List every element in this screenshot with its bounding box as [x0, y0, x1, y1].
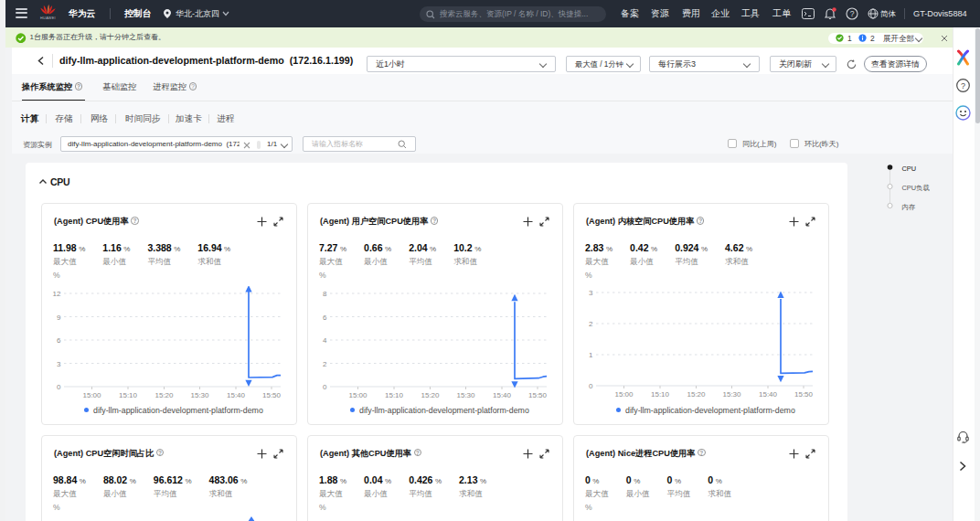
svg-text:15:30: 15:30: [456, 391, 475, 399]
svg-text:1: 1: [589, 351, 593, 359]
svg-text:15:40: 15:40: [227, 391, 246, 399]
svg-text:15:30: 15:30: [722, 390, 741, 399]
svg-text:15:00: 15:00: [82, 391, 101, 399]
svg-text:?: ?: [850, 9, 855, 18]
svg-text:15:50: 15:50: [262, 391, 282, 399]
svg-text:12: 12: [53, 290, 61, 298]
svg-text:3: 3: [57, 360, 61, 368]
svg-text:15:00: 15:00: [348, 391, 368, 399]
svg-text:0: 0: [589, 382, 593, 390]
svg-text:15:50: 15:50: [794, 390, 814, 399]
svg-text:8: 8: [323, 290, 327, 298]
svg-text:15:20: 15:20: [421, 391, 440, 399]
svg-text:15:10: 15:10: [651, 390, 670, 399]
svg-text:0: 0: [57, 383, 61, 391]
svg-text:6: 6: [57, 336, 61, 345]
svg-text:?: ?: [961, 81, 965, 90]
svg-text:15:20: 15:20: [687, 390, 706, 399]
svg-text:9: 9: [57, 314, 61, 322]
svg-text:2: 2: [589, 320, 593, 328]
svg-text:0: 0: [323, 383, 327, 391]
svg-text:15:00: 15:00: [614, 390, 634, 399]
svg-text:15:50: 15:50: [528, 391, 548, 399]
svg-text:15:20: 15:20: [154, 391, 174, 399]
svg-text:15:10: 15:10: [385, 391, 404, 399]
svg-text:15:40: 15:40: [759, 390, 778, 399]
svg-text:3: 3: [589, 289, 593, 297]
svg-text:2: 2: [323, 360, 327, 368]
svg-text:15:40: 15:40: [493, 391, 512, 399]
svg-text:15:30: 15:30: [190, 391, 209, 399]
svg-text:6: 6: [323, 314, 327, 322]
svg-text:15:10: 15:10: [119, 391, 138, 399]
svg-text:4: 4: [323, 336, 327, 345]
